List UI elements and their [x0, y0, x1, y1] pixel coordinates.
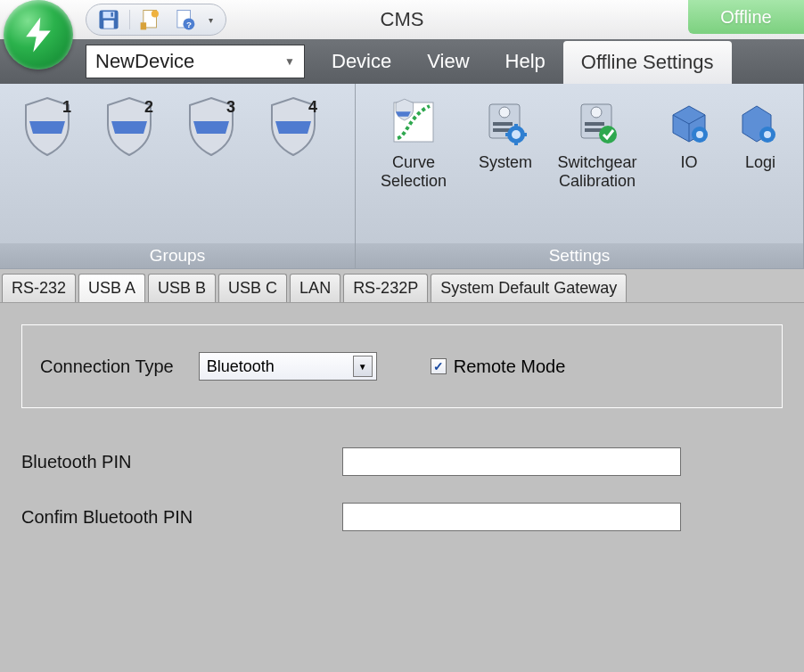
confirm-bluetooth-pin-label: Confim Bluetooth PIN — [21, 507, 342, 528]
ribbon-group-label: Settings — [356, 243, 803, 268]
ribbon-button-label: System — [479, 153, 532, 172]
save-icon — [97, 8, 120, 31]
svg-rect-18 — [514, 142, 518, 145]
chevron-down-icon: ▼ — [284, 55, 295, 68]
group-number: 3 — [226, 98, 235, 117]
ribbon-button-label: Logi — [745, 153, 775, 172]
system-button[interactable]: System — [468, 94, 543, 172]
svg-rect-3 — [111, 12, 112, 17]
tab-usb-b[interactable]: USB B — [148, 274, 216, 302]
group-number: 4 — [308, 98, 317, 117]
tab-usb-a[interactable]: USB A — [78, 274, 145, 302]
svg-rect-5 — [141, 22, 147, 29]
connection-tab-strip: RS-232 USB A USB B USB C LAN RS-232P Sys… — [0, 269, 804, 303]
title-bar: ? ▾ CMS Offline — [0, 0, 804, 39]
group-number: 1 — [62, 98, 71, 117]
sheet-help-icon: ? — [173, 8, 196, 31]
svg-point-6 — [152, 10, 159, 17]
menu-items: Device View Help Offline Settings — [314, 39, 732, 84]
device-dropdown-value: NewDevice — [95, 50, 194, 73]
qat-sheet-color-button[interactable] — [137, 7, 164, 32]
remote-mode-label: Remote Mode — [454, 356, 566, 377]
connection-type-fieldset: Connection Type Bluetooth ▼ ✓ Remote Mod… — [21, 324, 783, 408]
svg-point-16 — [512, 130, 521, 139]
connection-status-badge: Offline — [688, 0, 804, 34]
group-1-button[interactable]: 1 — [9, 94, 86, 176]
svg-point-27 — [696, 131, 703, 138]
svg-rect-17 — [514, 124, 518, 127]
connection-type-dropdown[interactable]: Bluetooth ▼ — [199, 352, 377, 381]
group-4-button[interactable]: 4 — [255, 94, 332, 176]
logic-icon — [733, 94, 788, 150]
bluetooth-pin-label: Bluetooth PIN — [21, 452, 342, 472]
tab-system-default-gateway[interactable]: System Default Gateway — [431, 274, 627, 302]
switchgear-calibration-button[interactable]: Switchgear Calibration — [548, 94, 646, 191]
svg-rect-20 — [523, 133, 527, 136]
menu-device[interactable]: Device — [314, 39, 409, 84]
logic-button[interactable]: Logi — [732, 94, 789, 172]
app-title: CMS — [381, 8, 424, 31]
group-number: 2 — [144, 98, 153, 117]
checkbox-box: ✓ — [431, 358, 447, 374]
menu-view[interactable]: View — [409, 39, 487, 84]
qat-customize-dropdown[interactable]: ▾ — [209, 15, 213, 25]
curve-selection-button[interactable]: Curve Selection — [365, 94, 463, 191]
ribbon-group-groups: 1 2 3 4 Groups — [0, 84, 356, 268]
group-3-button[interactable]: 3 — [173, 94, 250, 176]
svg-point-25 — [599, 126, 617, 143]
tab-usb-c[interactable]: USB C — [218, 274, 287, 302]
sheet-color-icon — [139, 8, 162, 31]
lightning-icon — [18, 14, 59, 55]
device-dropdown[interactable]: NewDevice ▼ — [86, 45, 305, 78]
system-icon — [478, 94, 533, 150]
io-button[interactable]: IO — [652, 94, 726, 172]
svg-point-12 — [499, 107, 510, 118]
svg-text:?: ? — [186, 20, 192, 29]
svg-rect-19 — [505, 133, 509, 136]
tab-lan[interactable]: LAN — [290, 274, 340, 302]
app-menu-orb[interactable] — [4, 0, 73, 70]
tab-rs232p[interactable]: RS-232P — [343, 274, 428, 302]
confirm-bluetooth-pin-row: Confim Bluetooth PIN — [21, 503, 783, 531]
bluetooth-pin-input[interactable] — [342, 447, 681, 476]
ribbon-settings-body: Curve Selection System Switchgear Calibr… — [356, 84, 803, 243]
ribbon-button-label: Curve Selection — [365, 153, 463, 191]
connection-panel: Connection Type Bluetooth ▼ ✓ Remote Mod… — [0, 303, 804, 531]
ribbon-group-label: Groups — [0, 243, 355, 268]
ribbon-group-settings: Curve Selection System Switchgear Calibr… — [356, 84, 804, 268]
quick-access-toolbar: ? ▾ — [86, 4, 226, 36]
curve-icon — [386, 94, 441, 150]
group-2-button[interactable]: 2 — [91, 94, 168, 176]
menu-bar: NewDevice ▼ Device View Help Offline Set… — [0, 39, 804, 84]
menu-help[interactable]: Help — [488, 39, 563, 84]
svg-rect-2 — [103, 20, 113, 29]
svg-point-29 — [764, 131, 771, 138]
qat-sheet-help-button[interactable]: ? — [171, 7, 198, 32]
ribbon-groups-body: 1 2 3 4 — [0, 84, 355, 243]
confirm-bluetooth-pin-input[interactable] — [342, 503, 681, 531]
connection-type-value: Bluetooth — [207, 357, 275, 376]
qat-save-button[interactable] — [95, 7, 122, 32]
ribbon: 1 2 3 4 Groups Curve Selec — [0, 84, 804, 269]
remote-mode-checkbox[interactable]: ✓ Remote Mode — [431, 356, 566, 377]
bluetooth-pin-row: Bluetooth PIN — [21, 447, 783, 476]
ribbon-button-label: Switchgear Calibration — [548, 153, 646, 191]
tab-rs232[interactable]: RS-232 — [2, 274, 76, 302]
svg-point-22 — [591, 107, 602, 118]
svg-rect-23 — [585, 122, 604, 126]
svg-rect-13 — [493, 122, 513, 126]
switchgear-icon — [570, 94, 625, 150]
ribbon-button-label: IO — [680, 153, 697, 172]
bluetooth-pin-section: Bluetooth PIN Confim Bluetooth PIN — [21, 447, 783, 531]
connection-type-label: Connection Type — [40, 356, 174, 377]
io-icon — [661, 94, 717, 150]
qat-separator — [129, 10, 130, 29]
menu-offline-settings[interactable]: Offline Settings — [563, 41, 732, 84]
chevron-down-icon: ▼ — [353, 356, 373, 377]
